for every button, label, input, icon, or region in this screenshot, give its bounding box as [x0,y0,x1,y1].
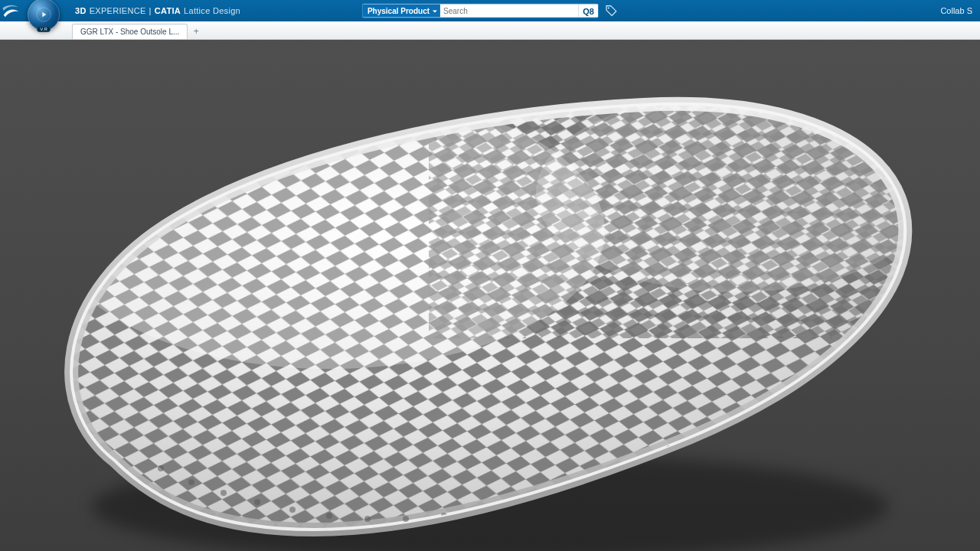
ds-logo-icon[interactable] [0,0,21,21]
search-input[interactable] [440,5,578,18]
app-name: Lattice Design [184,6,240,15]
search-type-dropdown[interactable]: Physical Product [363,5,440,18]
document-tab[interactable]: GGR LTX - Shoe Outsole L... [72,24,188,39]
ds-swoosh-icon [0,0,21,21]
svg-point-10 [188,479,194,485]
svg-marker-1 [42,12,46,18]
header-right: Collab S [940,6,975,15]
svg-point-11 [220,490,227,496]
svg-point-14 [326,513,332,519]
viewport-3d[interactable] [0,40,980,551]
svg-point-9 [158,465,164,471]
tab-strip: GGR LTX - Shoe Outsole L... + [0,21,980,40]
svg-point-7 [54,93,605,369]
svg-point-12 [254,499,260,505]
svg-point-2 [608,7,609,8]
svg-point-8 [536,93,934,292]
platform-name-bold: 3D [75,6,87,15]
svg-point-16 [403,516,409,522]
collab-label[interactable]: Collab S [940,6,972,15]
model-render [0,40,980,551]
brand-title: 3DEXPERIENCE | CATIA Lattice Design [75,6,240,15]
svg-point-15 [364,516,371,522]
brand-separator: | [149,6,152,15]
search-button-label: Q8 [583,6,594,15]
tab-add-button[interactable]: + [189,24,203,39]
document-tab-label: GGR LTX - Shoe Outsole L... [80,28,179,36]
search-button[interactable]: Q8 [578,5,598,18]
compass-sublabel: V.R [37,26,50,32]
svg-point-13 [289,507,296,513]
search-type-label: Physical Product [368,7,430,15]
header-left: V.R 3DEXPERIENCE | CATIA Lattice Design [0,0,240,21]
app-header: V.R 3DEXPERIENCE | CATIA Lattice Design … [0,0,980,21]
search-box: Physical Product Q8 [362,4,599,18]
play-icon [36,7,51,22]
tag-icon[interactable] [605,5,618,18]
compass-button[interactable]: V.R [28,0,60,31]
plus-icon: + [194,26,199,37]
header-center: Physical Product Q8 [362,4,618,18]
platform-name-rest: EXPERIENCE [90,6,146,15]
app-brand: CATIA [155,6,181,15]
